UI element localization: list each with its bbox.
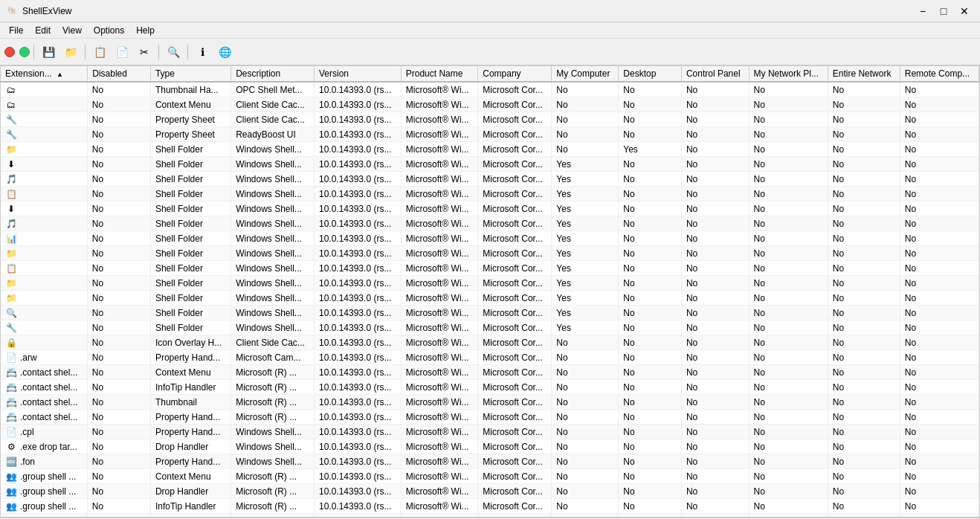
table-row[interactable]: 🎵NoShell FolderWindows Shell...10.0.1439…: [1, 172, 979, 187]
toolbar-save[interactable]: 💾: [38, 42, 59, 62]
cell-version: 10.0.14393.0 (rs...: [314, 97, 401, 112]
table-row[interactable]: 📁NoShell FolderWindows Shell...10.0.1439…: [1, 142, 979, 157]
table-row[interactable]: 👥.group shell ...NoProperty Hand...Micro…: [1, 514, 979, 518]
toolbar-copy[interactable]: 📋: [89, 42, 110, 62]
cell-type: Shell Folder: [150, 172, 231, 187]
table-row[interactable]: 👥.group shell ...NoDrop HandlerMicrosoft…: [1, 484, 979, 499]
row-icon: 📄: [5, 426, 17, 438]
col-control-panel[interactable]: Control Panel: [681, 66, 749, 82]
col-my-computer[interactable]: My Computer: [552, 66, 619, 82]
cell-my-computer: Yes: [552, 231, 619, 246]
cell-company: Microsoft Cor...: [478, 216, 552, 231]
table-row[interactable]: 👥.group shell ...NoInfoTip HandlerMicros…: [1, 499, 979, 514]
table-row[interactable]: ⚙.exe drop tar...NoDrop HandlerWindows S…: [1, 439, 979, 454]
cell-extension: ⬇: [1, 202, 88, 216]
table-row[interactable]: 📁NoShell FolderWindows Shell...10.0.1439…: [1, 246, 979, 261]
table-row[interactable]: 🔍NoShell FolderWindows Shell...10.0.1439…: [1, 306, 979, 320]
col-description[interactable]: Description: [231, 66, 315, 82]
toolbar-paste[interactable]: 📄: [112, 42, 132, 62]
table-row[interactable]: 🔧NoShell FolderWindows Shell...10.0.1439…: [1, 320, 979, 335]
table-row[interactable]: 📄.cplNoProperty Hand...Windows Shell...1…: [1, 425, 979, 439]
table-row[interactable]: 🎵NoShell FolderWindows Shell...10.0.1439…: [1, 216, 979, 231]
cell-desktop: No: [619, 216, 682, 231]
traffic-green: [19, 47, 30, 57]
cell-version: 10.0.14393.0 (rs...: [314, 410, 401, 425]
table-row[interactable]: 📇.contact shel...NoInfoTip HandlerMicros…: [1, 380, 979, 395]
cell-entire-network: No: [828, 365, 900, 380]
cell-control-panel: No: [681, 246, 749, 261]
cell-entire-network: No: [828, 276, 900, 291]
col-product-name[interactable]: Product Name: [401, 66, 478, 82]
table-row[interactable]: 📋NoShell FolderWindows Shell...10.0.1439…: [1, 261, 979, 276]
close-button[interactable]: ✕: [955, 4, 974, 19]
menu-options[interactable]: Options: [88, 24, 130, 37]
menu-help[interactable]: Help: [130, 24, 161, 37]
table-row[interactable]: 📇.contact shel...NoThumbnailMicrosoft (R…: [1, 395, 979, 410]
cell-entire-network: No: [828, 439, 900, 454]
cell-type: Property Hand...: [150, 514, 231, 518]
cell-product-name: Microsoft® Wi...: [401, 425, 478, 439]
cell-description: OPC Shell Met...: [231, 82, 315, 97]
col-desktop[interactable]: Desktop: [619, 66, 682, 82]
row-icon: 🎵: [5, 218, 17, 230]
cell-control-panel: No: [681, 350, 749, 365]
cell-product-name: Microsoft® Wi...: [401, 410, 478, 425]
table-row[interactable]: ⬇NoShell FolderWindows Shell...10.0.1439…: [1, 202, 979, 216]
cell-disabled: No: [88, 112, 151, 127]
table-row[interactable]: 👥.group shell ...NoContext MenuMicrosoft…: [1, 469, 979, 484]
col-version[interactable]: Version: [314, 66, 401, 82]
cell-product-name: Microsoft® Wi...: [401, 499, 478, 514]
toolbar-info[interactable]: ℹ: [192, 42, 213, 62]
toolbar-search[interactable]: 🔍: [163, 42, 184, 62]
col-disabled[interactable]: Disabled: [88, 66, 151, 82]
row-icon: ⚙: [5, 441, 17, 453]
cell-control-panel: No: [681, 82, 749, 97]
col-type[interactable]: Type: [150, 66, 231, 82]
table-row[interactable]: 📇.contact shel...NoContext MenuMicrosoft…: [1, 365, 979, 380]
table-row[interactable]: 🗂NoContext MenuClient Side Cac...10.0.14…: [1, 97, 979, 112]
toolbar-open[interactable]: 📁: [60, 42, 81, 62]
table-wrapper[interactable]: Extension... ▲ Disabled Type Description…: [0, 65, 980, 518]
cell-my-computer: No: [552, 425, 619, 439]
col-extension[interactable]: Extension... ▲: [1, 66, 88, 82]
cell-disabled: No: [88, 246, 151, 261]
cell-entire-network: No: [828, 216, 900, 231]
table-row[interactable]: 📁NoShell FolderWindows Shell...10.0.1439…: [1, 276, 979, 291]
cell-type: Thumbnail: [150, 395, 231, 410]
table-row[interactable]: 📇.contact shel...NoProperty Hand...Micro…: [1, 410, 979, 425]
cell-product-name: Microsoft® Wi...: [401, 380, 478, 395]
cell-disabled: No: [88, 469, 151, 484]
toolbar-cut[interactable]: ✂: [134, 42, 155, 62]
table-row[interactable]: 🔤.fonNoProperty Hand...Windows Shell...1…: [1, 454, 979, 469]
table-row[interactable]: 🔒NoIcon Overlay H...Client Side Cac...10…: [1, 335, 979, 350]
cell-disabled: No: [88, 306, 151, 320]
row-icon: 🗂: [5, 99, 17, 111]
table-row[interactable]: 🔧NoProperty SheetClient Side Cac...10.0.…: [1, 112, 979, 127]
maximize-button[interactable]: □: [934, 4, 953, 19]
table-row[interactable]: ⬇NoShell FolderWindows Shell...10.0.1439…: [1, 157, 979, 172]
col-company[interactable]: Company: [478, 66, 552, 82]
col-my-network[interactable]: My Network Pl...: [749, 66, 828, 82]
row-icon: 📁: [5, 144, 17, 155]
toolbar-web[interactable]: 🌐: [214, 42, 235, 62]
main-container: Extension... ▲ Disabled Type Description…: [0, 65, 980, 518]
cell-version: 10.0.14393.0 (rs...: [314, 439, 401, 454]
menu-view[interactable]: View: [57, 24, 88, 37]
cell-my-computer: No: [552, 395, 619, 410]
row-icon: 🔒: [5, 337, 17, 349]
table-row[interactable]: 📁NoShell FolderWindows Shell...10.0.1439…: [1, 291, 979, 306]
cell-control-panel: No: [681, 484, 749, 499]
table-row[interactable]: 📊NoShell FolderWindows Shell...10.0.1439…: [1, 231, 979, 246]
table-row[interactable]: 📄.arwNoProperty Hand...Microsoft Cam...1…: [1, 350, 979, 365]
col-entire-network[interactable]: Entire Network: [828, 66, 900, 82]
table-row[interactable]: 🔧NoProperty SheetReadyBoost UI10.0.14393…: [1, 127, 979, 142]
minimize-button[interactable]: −: [913, 4, 932, 19]
table-row[interactable]: 🗂NoThumbnail Ha...OPC Shell Met...10.0.1…: [1, 82, 979, 97]
col-remote-comp[interactable]: Remote Comp...: [900, 66, 979, 82]
table-row[interactable]: 📋NoShell FolderWindows Shell...10.0.1439…: [1, 187, 979, 202]
cell-extension: ⬇: [1, 157, 88, 171]
menu-file[interactable]: File: [3, 24, 29, 37]
cell-entire-network: No: [828, 514, 900, 518]
menu-edit[interactable]: Edit: [29, 24, 57, 37]
cell-control-panel: No: [681, 469, 749, 484]
